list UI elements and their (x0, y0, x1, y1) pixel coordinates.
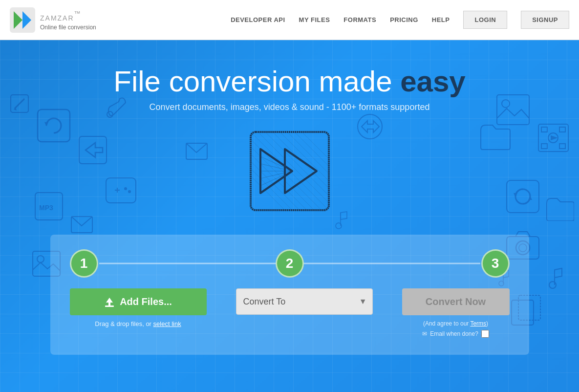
trademark: ™ (74, 10, 82, 17)
zamzar-logo-icon (10, 7, 35, 33)
add-files-button[interactable]: Add Files... (70, 288, 207, 315)
svg-marker-72 (106, 298, 113, 306)
svg-point-21 (37, 256, 44, 262)
svg-rect-22 (497, 95, 529, 125)
brand-name: ZAMZAR (40, 14, 74, 22)
svg-point-17 (124, 187, 127, 190)
agree-text-end: ) (486, 320, 488, 327)
svg-rect-6 (38, 109, 70, 142)
svg-rect-26 (559, 127, 565, 132)
svg-line-60 (251, 161, 300, 210)
add-files-col: Add Files... Drag & drop files, or selec… (70, 288, 207, 327)
svg-line-67 (260, 156, 292, 171)
svg-rect-28 (559, 144, 565, 149)
logo-area: ZAMZAR™ Online file conversion (10, 7, 96, 33)
svg-line-55 (295, 132, 329, 166)
svg-point-8 (107, 111, 113, 117)
nav-formats[interactable]: FORMATS (343, 16, 376, 23)
svg-rect-14 (106, 178, 136, 203)
svg-text:MP3: MP3 (39, 204, 53, 212)
svg-marker-32 (514, 193, 517, 197)
nav-pricing[interactable]: PRICING (390, 16, 418, 23)
logo-brand: ZAMZAR™ (40, 9, 96, 24)
convert-to-wrapper: Convert To MP3 MP4 PDF JPG PNG DOCX AVI … (236, 288, 373, 315)
svg-line-50 (258, 132, 329, 203)
double-arrow-icon (357, 113, 384, 140)
add-files-label: Add Files... (120, 296, 172, 307)
mp3-icon: MP3 (34, 192, 64, 221)
svg-line-66 (260, 149, 292, 171)
nav-help[interactable]: HELP (432, 16, 450, 23)
svg-rect-27 (541, 144, 547, 149)
film-icon (537, 123, 569, 152)
convert-to-col: Convert To MP3 MP4 PDF JPG PNG DOCX AVI … (207, 288, 402, 315)
svg-marker-10 (86, 143, 103, 157)
folder-icon (479, 123, 511, 150)
signup-button[interactable]: SIGNUP (521, 11, 569, 29)
email-icon: ✉ (422, 330, 427, 337)
wrench-icon (105, 94, 129, 123)
center-media-icon (241, 122, 339, 220)
svg-marker-7 (44, 122, 48, 126)
svg-marker-33 (528, 196, 532, 200)
email-row: ✉ Email when done? (402, 330, 510, 338)
upload-icon (104, 297, 115, 307)
select-link[interactable]: select link (153, 320, 181, 327)
drag-drop-static: Drag & drop files, or (95, 320, 153, 327)
step-2-bubble: 2 (276, 249, 304, 278)
logo-tagline: Online file conversion (40, 24, 96, 31)
email-label: Email when done? (430, 330, 478, 337)
svg-line-62 (251, 176, 285, 210)
conversion-panel: 1 2 3 Add Files... Drag & drop files, or… (50, 235, 529, 355)
drag-drop-text: Drag & drop files, or select link (70, 320, 207, 327)
step-1-bubble: 1 (70, 249, 98, 278)
sync-icon (506, 179, 540, 214)
image-icon-right (496, 94, 530, 126)
convert-to-select[interactable]: Convert To MP3 MP4 PDF JPG PNG DOCX AVI … (236, 288, 373, 315)
convert-now-col: Convert Now (And agree to our Terms) ✉ E… (402, 288, 510, 338)
convert-now-button[interactable]: Convert Now (402, 288, 510, 315)
envelope-icon (186, 143, 208, 160)
hero-title: File conversion made easy (113, 65, 465, 98)
svg-point-23 (502, 100, 510, 108)
svg-line-56 (302, 132, 329, 159)
email-checkbox[interactable] (481, 330, 489, 338)
hero-title-bold: easy (400, 65, 465, 98)
play-icon-svg (241, 122, 339, 220)
logo-text-area: ZAMZAR™ Online file conversion (40, 9, 96, 31)
arrow-right-icon (78, 135, 107, 165)
agree-text: (And agree to our Terms) (402, 320, 510, 327)
folder2-icon (545, 196, 574, 221)
login-button[interactable]: LOGIN (463, 11, 507, 29)
svg-marker-44 (362, 121, 379, 132)
steps-row: 1 2 3 (70, 249, 510, 278)
agree-text-start: (And agree to our (423, 320, 471, 327)
header: ZAMZAR™ Online file conversion DEVELOPER… (0, 0, 579, 40)
svg-line-4 (15, 99, 24, 109)
music-note-icon (545, 267, 564, 292)
hero-section: MP3 File conversion made easy Convert do… (0, 40, 579, 392)
game-controller-icon (105, 177, 137, 204)
nav-developer-api[interactable]: DEVELOPER API (231, 16, 285, 23)
hero-title-plain: File conversion made (113, 65, 400, 98)
step-3-bubble: 3 (481, 249, 510, 278)
svg-rect-25 (541, 127, 547, 132)
svg-point-18 (128, 190, 131, 193)
nav-my-files[interactable]: MY FILES (299, 16, 330, 23)
svg-marker-30 (551, 135, 558, 140)
hero-subtitle: Convert documents, images, videos & soun… (150, 102, 430, 112)
actions-row: Add Files... Drag & drop files, or selec… (70, 288, 510, 338)
main-nav: DEVELOPER API MY FILES FORMATS PRICING H… (231, 11, 569, 29)
pencil-icon (10, 94, 29, 113)
terms-link[interactable]: Terms (470, 320, 486, 327)
svg-rect-31 (507, 180, 539, 213)
envelope2-icon (71, 216, 93, 233)
refresh-icon (37, 109, 71, 143)
svg-rect-73 (105, 305, 114, 307)
